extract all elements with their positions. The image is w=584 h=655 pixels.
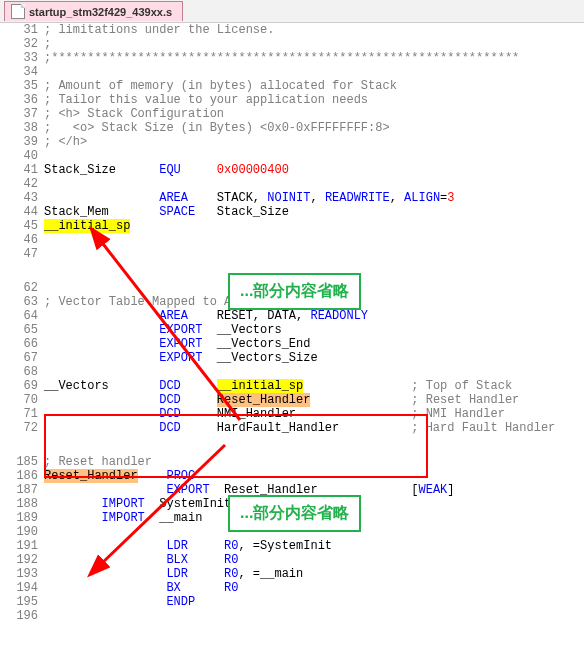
editor-block-1[interactable]: 3132333435363738394041424344454647 ; lim… [0, 23, 584, 261]
tab-bar: startup_stm32f429_439xx.s [0, 0, 584, 23]
code-area: ; limitations under the License.;;******… [44, 23, 584, 261]
editor-block-3[interactable]: 185186187188189190191192193194195196 ; R… [0, 455, 584, 623]
ellipsis-note-1: ...部分内容省略 [228, 273, 361, 310]
tab-filename: startup_stm32f429_439xx.s [29, 6, 172, 18]
ellipsis-note-2: ...部分内容省略 [228, 495, 361, 532]
code-area: ; Reset handlerReset_Handler PROC EXPORT… [44, 455, 584, 623]
line-gutter: 6263646566676869707172 [0, 281, 44, 435]
file-icon [11, 4, 25, 19]
file-tab[interactable]: startup_stm32f429_439xx.s [4, 1, 183, 21]
line-gutter: 3132333435363738394041424344454647 [0, 23, 44, 261]
line-gutter: 185186187188189190191192193194195196 [0, 455, 44, 623]
